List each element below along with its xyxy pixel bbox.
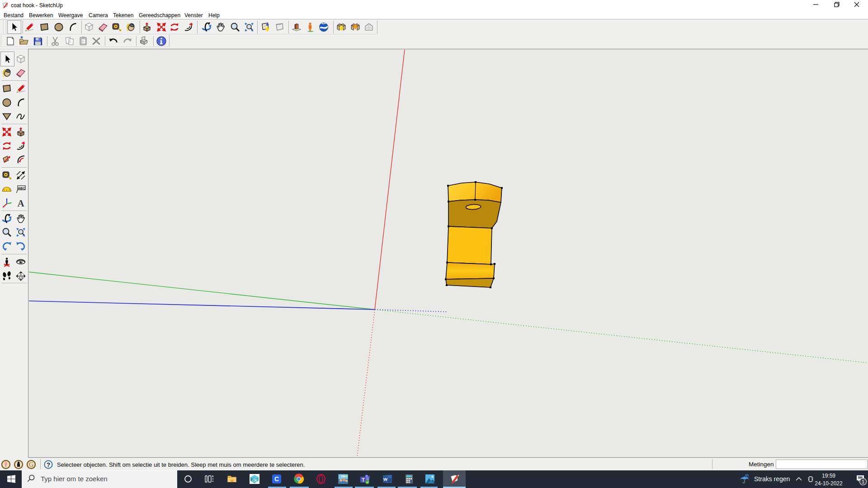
svg-text:G: G: [29, 461, 33, 468]
svg-text:?: ?: [47, 461, 50, 468]
svg-text:1: 1: [862, 479, 864, 484]
